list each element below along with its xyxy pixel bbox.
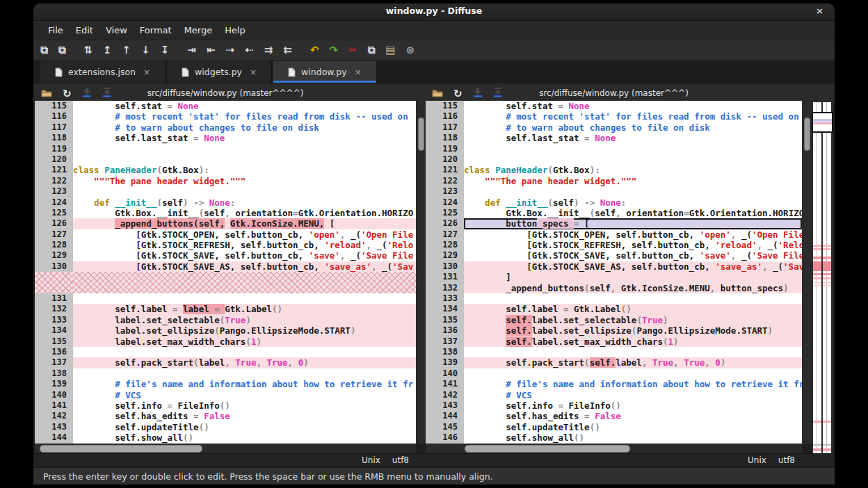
code-text[interactable]: _append_buttons(self, Gtk.IconSize.MENU,…	[464, 283, 802, 293]
code-text[interactable]: [Gtk.STOCK_SAVE_AS, self.button_cb, 'sav…	[73, 261, 416, 272]
code-text[interactable]	[73, 186, 416, 197]
code-text[interactable]: self.last_stat = None	[464, 133, 802, 143]
code-text[interactable]: self.show_all()	[464, 432, 802, 443]
copy-icon[interactable]: ⧉	[368, 45, 376, 56]
code-text[interactable]: self.last_stat = None	[73, 133, 416, 143]
code-text[interactable]: self.label.set_selectable(True)	[464, 315, 802, 325]
right-horizontal-scrollbar-thumb[interactable]	[465, 445, 630, 453]
merge-from-right-then-left-icon[interactable]: ⇇	[283, 45, 292, 56]
right-vertical-scrollbar-thumb[interactable]	[804, 117, 810, 151]
menu-item-edit[interactable]: Edit	[70, 22, 99, 40]
code-text[interactable]: [Gtk.STOCK_OPEN, self.button_cb, 'open',…	[464, 229, 802, 240]
code-text[interactable]: Gtk.Box.__init__(self, orientation=Gtk.O…	[464, 208, 802, 218]
code-text[interactable]: self.label = Gtk.Label()	[464, 304, 802, 314]
code-text[interactable]: # VCS	[73, 390, 416, 400]
code-text[interactable]: self.label = label = Gtk.Label()	[73, 304, 416, 314]
cut-icon[interactable]: ✂	[348, 45, 357, 56]
code-text[interactable]: _append_buttons(self, Gtk.IconSize.MENU,…	[73, 218, 416, 229]
code-text[interactable]: Gtk.Box.__init__(self, orientation=Gtk.O…	[73, 208, 416, 218]
code-text[interactable]: self.has_edits = False	[73, 411, 416, 421]
new-3way-file-merge-icon[interactable]: ⧉	[58, 45, 66, 56]
code-text[interactable]: self.info = FileInfo()	[73, 400, 416, 411]
code-text[interactable]	[73, 368, 416, 379]
code-text[interactable]: [Gtk.STOCK_REFRESH, self.button_cb, 'rel…	[73, 240, 416, 250]
code-text[interactable]: # file's name and information about how …	[73, 379, 416, 389]
paste-icon[interactable]: ▤	[385, 45, 395, 56]
title-bar[interactable]: window.py - Diffuse ×	[33, 3, 835, 21]
code-text[interactable]: [Gtk.STOCK_OPEN, self.button_cb, 'open',…	[73, 229, 416, 240]
close-window-button[interactable]: ×	[816, 6, 823, 16]
copy-selection-left-icon[interactable]: ⇤	[207, 45, 216, 56]
right-horizontal-scrollbar[interactable]	[426, 444, 802, 453]
code-text[interactable]: def __init__(self) -> None:	[73, 197, 416, 208]
code-text[interactable]: ]	[464, 272, 802, 282]
code-text[interactable]	[464, 154, 802, 165]
code-text[interactable]: self.info = FileInfo()	[464, 400, 802, 411]
next-difference-icon[interactable]: ↓	[141, 45, 150, 56]
code-text[interactable]	[464, 368, 802, 379]
left-vertical-scrollbar[interactable]	[416, 101, 426, 444]
code-text[interactable]	[73, 272, 416, 293]
copy-selection-right-icon[interactable]: ⇥	[187, 45, 196, 56]
diff-overview-map[interactable]	[812, 102, 833, 458]
new-2way-file-merge-icon[interactable]: ⧉	[40, 45, 48, 56]
code-text[interactable]: self.show_all()	[73, 432, 416, 443]
redo-icon[interactable]: ↷	[329, 45, 338, 56]
code-text[interactable]: self.pack_start(self.label, True, True, …	[464, 357, 802, 368]
code-text[interactable]: class PaneHeader(Gtk.Box):	[464, 165, 802, 175]
code-text[interactable]: class PaneHeader(Gtk.Box):	[73, 165, 416, 175]
tab-window-py[interactable]: window.py×	[273, 61, 377, 83]
copy-left-into-selection-icon[interactable]: ⇢	[225, 45, 234, 56]
code-text[interactable]: """The pane header widget."""	[73, 176, 416, 186]
code-text[interactable]: label.set_ellipsize(Pango.EllipsizeMode.…	[73, 325, 416, 336]
tab-close-icon[interactable]: ×	[143, 67, 150, 77]
overview-column-right[interactable]	[823, 102, 831, 458]
code-text[interactable]: [Gtk.STOCK_SAVE, self.button_cb, 'save',…	[73, 250, 416, 261]
left-code-pane[interactable]: 115 self.stat = None116 # most recent 's…	[35, 101, 416, 444]
code-text[interactable]	[73, 293, 416, 304]
copy-right-into-selection-icon[interactable]: ⇠	[245, 45, 254, 56]
menu-item-file[interactable]: File	[42, 22, 70, 40]
code-text[interactable]: def __init__(self) -> None:	[464, 197, 802, 208]
code-text[interactable]: # to warn about changes to file on disk	[73, 122, 416, 133]
menu-item-format[interactable]: Format	[134, 22, 178, 40]
code-text[interactable]: self.label.set_max_width_chars(1)	[464, 336, 802, 347]
code-text[interactable]: [Gtk.STOCK_SAVE_AS, self.button_cb, 'sav…	[464, 261, 802, 272]
left-vertical-scrollbar-thumb[interactable]	[418, 117, 424, 151]
code-text[interactable]	[464, 144, 802, 154]
undo-icon[interactable]: ↶	[310, 45, 319, 56]
code-text[interactable]: self.has_edits = False	[464, 411, 802, 421]
code-text[interactable]: # most recent 'stat' for files read from…	[73, 111, 416, 122]
code-text[interactable]: """The pane header widget."""	[464, 176, 802, 186]
code-text[interactable]	[73, 144, 416, 154]
clear-edits-icon[interactable]: ⊗	[405, 45, 415, 56]
left-horizontal-scrollbar-thumb[interactable]	[40, 445, 202, 453]
code-text[interactable]	[73, 347, 416, 357]
menu-item-help[interactable]: Help	[218, 22, 252, 40]
code-text[interactable]: # to warn about changes to file on disk	[464, 122, 802, 133]
tab-extensions-json[interactable]: extensions.json×	[40, 61, 166, 83]
code-text[interactable]: self.stat = None	[464, 101, 802, 111]
code-text[interactable]: self.label.set_ellipsize(Pango.Ellipsize…	[464, 325, 802, 336]
menu-item-view[interactable]: View	[99, 22, 134, 40]
code-text[interactable]: self.updateTitle()	[73, 422, 416, 432]
code-text[interactable]: self.stat = None	[73, 101, 416, 111]
code-text[interactable]: # file's name and information about how …	[464, 379, 802, 389]
realign-all-icon[interactable]: ⇅	[83, 45, 93, 56]
code-text[interactable]: [Gtk.STOCK_SAVE, self.button_cb, 'save',…	[464, 250, 802, 261]
left-horizontal-scrollbar[interactable]	[35, 444, 416, 453]
code-text[interactable]: self.pack_start(label, True, True, 0)	[73, 357, 416, 368]
menu-item-merge[interactable]: Merge	[178, 22, 219, 40]
merge-from-left-then-right-icon[interactable]: ⇉	[264, 45, 273, 56]
code-text[interactable]: # most recent 'stat' for files read from…	[464, 111, 802, 122]
code-text[interactable]	[464, 347, 802, 357]
code-text[interactable]: [Gtk.STOCK_REFRESH, self.button_cb, 'rel…	[464, 240, 802, 250]
previous-difference-icon[interactable]: ↑	[122, 45, 131, 56]
code-text[interactable]: label.set_selectable(True)	[73, 315, 416, 325]
last-difference-icon[interactable]: ↧	[161, 45, 170, 56]
code-text[interactable]: # VCS	[464, 390, 802, 400]
right-code-pane[interactable]: 115 self.stat = None116 # most recent 's…	[426, 101, 802, 444]
tab-widgets-py[interactable]: widgets.py×	[167, 61, 272, 83]
right-vertical-scrollbar[interactable]	[802, 101, 812, 444]
first-difference-icon[interactable]: ↥	[103, 45, 112, 56]
